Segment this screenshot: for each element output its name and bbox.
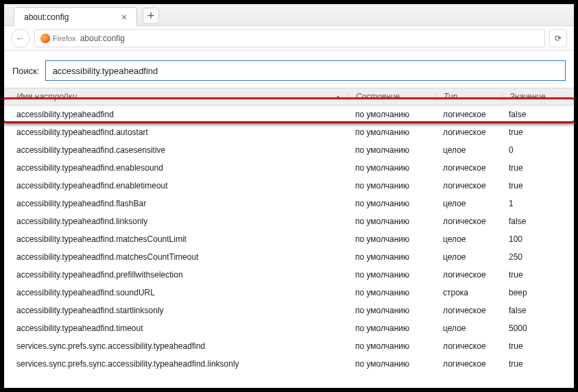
brand-label: Firefox xyxy=(53,34,76,42)
table-row[interactable]: accessibility.typeaheadfind по умолчанию… xyxy=(4,106,574,123)
col-header-state-label: Состояние xyxy=(356,92,400,101)
pref-name: accessibility.typeaheadfind.timeout xyxy=(16,323,143,333)
table-body: accessibility.typeaheadfind по умолчанию… xyxy=(4,106,574,373)
plus-icon: + xyxy=(147,9,155,23)
reload-button[interactable]: ⟳ xyxy=(549,29,567,47)
pref-value: true xyxy=(509,163,523,173)
pref-state: по умолчанию xyxy=(355,145,409,155)
pref-value: 0 xyxy=(509,145,514,155)
pref-type: логическое xyxy=(443,270,486,280)
pref-type: логическое xyxy=(443,110,486,119)
pref-value: false xyxy=(509,110,526,119)
tab-title: about:config xyxy=(24,12,119,22)
search-input[interactable] xyxy=(45,60,566,81)
col-header-name[interactable]: Имя настройки ▲ xyxy=(16,92,348,101)
pref-value: true xyxy=(509,341,523,351)
col-header-value[interactable]: Значение xyxy=(502,92,574,101)
col-header-value-label: Значение xyxy=(509,92,546,101)
pref-type: логическое xyxy=(443,359,486,369)
pref-value: true xyxy=(509,270,523,280)
table-row[interactable]: accessibility.typeaheadfind.timeout по у… xyxy=(4,319,574,337)
pref-type: логическое xyxy=(443,181,486,191)
pref-name: accessibility.typeaheadfind.startlinkson… xyxy=(16,306,164,315)
new-tab-button[interactable]: + xyxy=(143,8,159,24)
pref-name: accessibility.typeaheadfind.matchesCount… xyxy=(16,234,186,244)
pref-type: логическое xyxy=(443,306,486,315)
pref-type: логическое xyxy=(443,217,486,226)
pref-name: accessibility.typeaheadfind.enabletimeou… xyxy=(16,181,168,191)
pref-type: целое xyxy=(443,199,466,208)
table-row[interactable]: accessibility.typeaheadfind.enablesound … xyxy=(4,159,574,177)
pref-state: по умолчанию xyxy=(355,252,409,262)
url-field[interactable]: Firefox about:config xyxy=(34,29,545,47)
table-row[interactable]: accessibility.typeaheadfind.linksonly по… xyxy=(4,212,574,230)
pref-value: beep xyxy=(509,288,527,297)
table-header: Имя настройки ▲ Состояние Тип Значение xyxy=(4,88,574,106)
col-header-state[interactable]: Состояние xyxy=(348,92,436,101)
pref-name: accessibility.typeaheadfind.enablesound xyxy=(16,163,163,173)
table-row[interactable]: accessibility.typeaheadfind.enabletimeou… xyxy=(4,177,574,195)
pref-type: логическое xyxy=(443,163,486,173)
tab-about-config[interactable]: about:config × xyxy=(14,7,137,26)
table-row[interactable]: accessibility.typeaheadfind.startlinkson… xyxy=(4,302,574,319)
pref-value: true xyxy=(509,359,523,369)
col-header-name-label: Имя настройки xyxy=(16,92,77,101)
pref-state: по умолчанию xyxy=(355,163,409,173)
outer-frame: about:config × + ← Firefox about:config … xyxy=(0,0,578,392)
table-row[interactable]: accessibility.typeaheadfind.matchesCount… xyxy=(4,230,574,248)
table-row[interactable]: accessibility.typeaheadfind.prefillwiths… xyxy=(4,266,574,284)
identity-box[interactable]: Firefox xyxy=(40,34,76,43)
pref-state: по умолчанию xyxy=(355,234,409,244)
pref-type: логическое xyxy=(443,341,486,351)
pref-type: строка xyxy=(443,288,468,297)
pref-state: по умолчанию xyxy=(355,306,409,315)
pref-state: по умолчанию xyxy=(355,217,409,226)
pref-value: 100 xyxy=(509,234,522,244)
table-row[interactable]: services.sync.prefs.sync.accessibility.t… xyxy=(4,355,574,373)
table-row[interactable]: accessibility.typeaheadfind.casesensitiv… xyxy=(4,141,574,159)
col-header-type-label: Тип xyxy=(444,92,457,101)
pref-name: services.sync.prefs.sync.accessibility.t… xyxy=(16,359,239,369)
search-row: Поиск: xyxy=(4,51,574,88)
table-row[interactable]: accessibility.typeaheadfind.autostart по… xyxy=(4,123,574,141)
pref-state: по умолчанию xyxy=(355,288,409,297)
pref-name: accessibility.typeaheadfind.linksonly xyxy=(16,217,147,226)
table-row[interactable]: accessibility.typeaheadfind.matchesCount… xyxy=(4,248,574,266)
pref-value: 5000 xyxy=(509,323,527,333)
pref-type: целое xyxy=(443,145,466,155)
pref-state: по умолчанию xyxy=(355,341,409,351)
pref-state: по умолчанию xyxy=(355,270,409,280)
pref-state: по умолчанию xyxy=(355,199,409,208)
pref-name: accessibility.typeaheadfind xyxy=(16,110,114,119)
pref-value: false xyxy=(509,306,526,315)
col-header-type[interactable]: Тип xyxy=(436,92,502,101)
pref-name: accessibility.typeaheadfind.flashBar xyxy=(16,199,146,208)
reload-icon: ⟳ xyxy=(555,34,562,43)
browser-window: about:config × + ← Firefox about:config … xyxy=(4,4,574,388)
pref-type: целое xyxy=(443,234,466,244)
firefox-icon xyxy=(40,34,50,43)
back-arrow-icon: ← xyxy=(16,33,25,44)
pref-name: accessibility.typeaheadfind.soundURL xyxy=(16,288,155,297)
address-text: about:config xyxy=(80,34,125,43)
back-button[interactable]: ← xyxy=(11,29,30,48)
pref-state: по умолчанию xyxy=(355,181,409,191)
pref-state: по умолчанию xyxy=(355,323,409,333)
pref-value: true xyxy=(509,181,523,191)
table-row[interactable]: accessibility.typeaheadfind.flashBar по … xyxy=(4,195,574,212)
pref-state: по умолчанию xyxy=(355,359,409,369)
pref-name: accessibility.typeaheadfind.prefillwiths… xyxy=(16,270,183,280)
pref-type: целое xyxy=(443,252,466,262)
table-row[interactable]: accessibility.typeaheadfind.soundURL по … xyxy=(4,284,574,302)
pref-value: 250 xyxy=(509,252,522,262)
url-bar-row: ← Firefox about:config ⟳ xyxy=(4,26,574,51)
pref-state: по умолчанию xyxy=(355,110,409,119)
table-row[interactable]: services.sync.prefs.sync.accessibility.t… xyxy=(4,337,574,355)
sort-arrow-icon: ▲ xyxy=(335,93,341,101)
tab-close-icon[interactable]: × xyxy=(119,12,130,23)
pref-value: 1 xyxy=(509,199,514,208)
highlighted-row-wrap: accessibility.typeaheadfind по умолчанию… xyxy=(4,106,574,123)
search-label: Поиск: xyxy=(12,66,40,76)
pref-name: accessibility.typeaheadfind.casesensitiv… xyxy=(16,145,165,155)
tab-strip: about:config × + xyxy=(4,4,574,26)
